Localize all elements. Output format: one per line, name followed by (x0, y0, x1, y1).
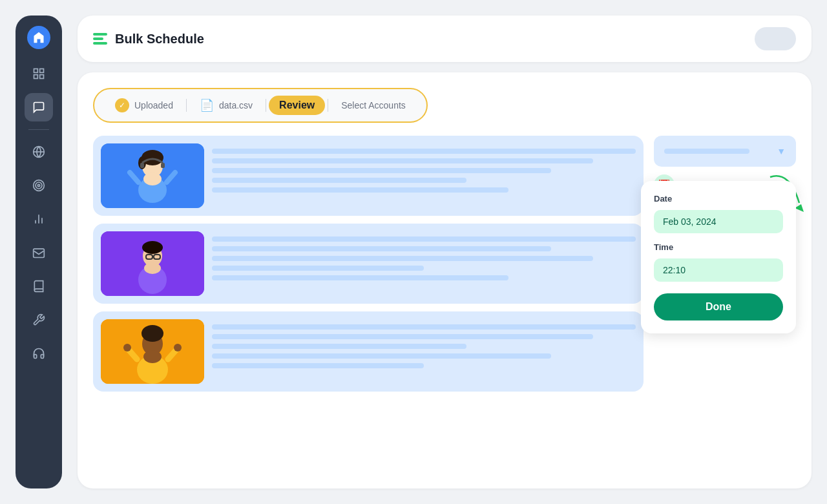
post-item-3[interactable] (93, 311, 644, 392)
datetime-card: Date Feb 03, 2024 Time 22:10 Done (641, 181, 796, 333)
dropdown-arrow-icon: ▼ (777, 146, 786, 156)
step-file-label: data.csv (219, 100, 253, 110)
step-uploaded-label: Uploaded (134, 100, 173, 110)
sidebar-item-tools[interactable] (25, 306, 53, 334)
svg-point-8 (37, 184, 39, 186)
header-action-button[interactable] (755, 27, 796, 50)
right-panel: ▼ 📅 Select date and time Date (654, 136, 796, 473)
main-content: Bulk Schedule ✓ Uploaded 📄 data.csv Revi… (62, 0, 827, 504)
header-bar: Bulk Schedule (78, 16, 811, 62)
sidebar-item-library[interactable] (25, 272, 53, 300)
svg-marker-40 (795, 204, 804, 212)
sidebar-item-dashboard[interactable] (25, 59, 53, 88)
step-uploaded[interactable]: ✓ Uploaded (105, 94, 183, 116)
post-lines-3 (212, 319, 636, 368)
step-review-label: Review (279, 100, 315, 111)
svg-rect-1 (40, 69, 44, 73)
dropdown-placeholder-bar (664, 149, 749, 154)
svg-point-20 (143, 173, 162, 185)
svg-point-38 (123, 344, 131, 352)
steps-bar: ✓ Uploaded 📄 data.csv Review Select Acco… (93, 88, 428, 123)
step-select-accounts-label: Select Accounts (341, 100, 406, 110)
sidebar-divider (28, 129, 49, 130)
step-select-accounts[interactable]: Select Accounts (331, 96, 416, 114)
sidebar (16, 16, 62, 488)
svg-point-35 (143, 350, 162, 363)
post-lines-2 (212, 231, 636, 280)
svg-rect-2 (34, 75, 38, 79)
svg-point-30 (144, 262, 161, 274)
date-label: Date (654, 194, 783, 204)
sidebar-logo (27, 26, 50, 49)
account-dropdown[interactable]: ▼ (654, 136, 796, 167)
post-lines-1 (212, 143, 636, 193)
step-file-icon: 📄 (200, 98, 214, 112)
svg-rect-18 (161, 163, 165, 168)
sidebar-item-support[interactable] (25, 339, 53, 368)
sidebar-item-analytics[interactable] (25, 205, 53, 233)
svg-point-39 (174, 344, 182, 352)
app-logo (93, 33, 107, 45)
posts-container: ▼ 📅 Select date and time Date (93, 136, 796, 473)
svg-rect-12 (34, 249, 45, 257)
step-divider-2 (266, 99, 266, 112)
page-title: Bulk Schedule (115, 32, 204, 47)
posts-list (93, 136, 644, 473)
post-item-2[interactable] (93, 224, 644, 304)
step-file[interactable]: 📄 data.csv (189, 94, 263, 116)
done-button[interactable]: Done (654, 293, 783, 320)
sidebar-item-target[interactable] (25, 171, 53, 200)
post-image-1 (101, 143, 204, 208)
sidebar-item-network[interactable] (25, 138, 53, 166)
step-uploaded-icon: ✓ (115, 98, 129, 112)
svg-rect-17 (140, 163, 144, 168)
svg-point-7 (36, 182, 42, 189)
post-image-2 (101, 231, 204, 296)
post-item-1[interactable] (93, 136, 644, 216)
time-value[interactable]: 22:10 (654, 258, 783, 282)
time-label: Time (654, 242, 783, 252)
svg-rect-0 (34, 69, 38, 73)
sidebar-item-chat[interactable] (25, 93, 53, 121)
header-left: Bulk Schedule (93, 32, 204, 47)
step-divider-3 (328, 99, 328, 112)
step-review[interactable]: Review (269, 96, 325, 115)
content-area: ✓ Uploaded 📄 data.csv Review Select Acco… (78, 72, 811, 488)
step-divider-1 (186, 99, 187, 112)
post-image-3 (101, 319, 204, 384)
svg-point-25 (142, 241, 163, 254)
svg-point-33 (141, 325, 163, 342)
sidebar-item-inbox[interactable] (25, 238, 53, 267)
date-value[interactable]: Feb 03, 2024 (654, 210, 783, 233)
svg-rect-3 (40, 75, 44, 79)
